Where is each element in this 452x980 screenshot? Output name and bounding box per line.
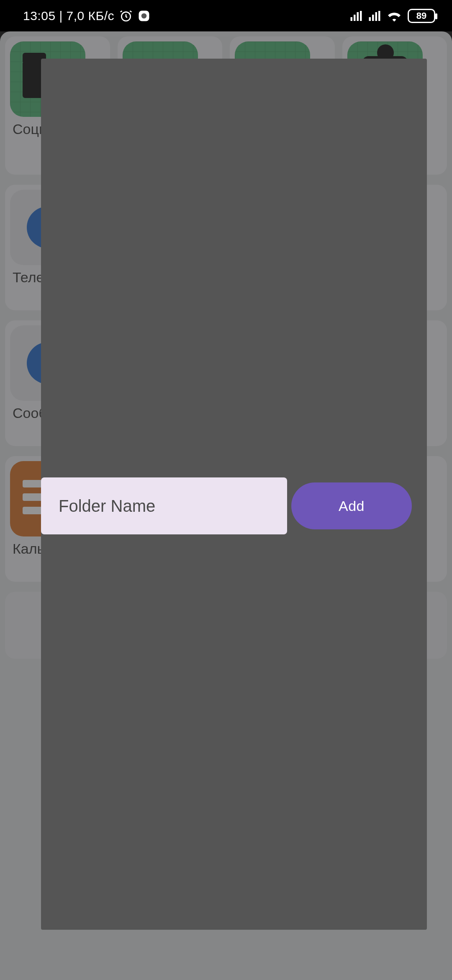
separator: |	[59, 9, 66, 23]
status-bar: 13:05 | 7,0 КБ/с 89	[0, 0, 452, 31]
signal-icon	[350, 10, 362, 21]
record-icon	[138, 10, 150, 22]
battery-icon: 89	[408, 9, 435, 23]
signal-icon	[368, 10, 381, 21]
dialog-input-row: Add	[41, 477, 412, 534]
status-right: 89	[350, 9, 435, 23]
folder-name-input[interactable]	[41, 477, 287, 534]
status-time: 13:05 | 7,0 КБ/с	[23, 9, 114, 23]
add-folder-dialog: Add	[41, 59, 427, 930]
status-left: 13:05 | 7,0 КБ/с	[23, 9, 150, 23]
clock-text: 13:05	[23, 9, 56, 23]
wifi-icon	[387, 10, 402, 22]
net-speed-text: 7,0 КБ/с	[67, 9, 115, 23]
add-button[interactable]: Add	[291, 482, 412, 529]
alarm-icon	[119, 9, 133, 23]
svg-point-2	[141, 13, 147, 18]
battery-pct: 89	[416, 10, 426, 21]
